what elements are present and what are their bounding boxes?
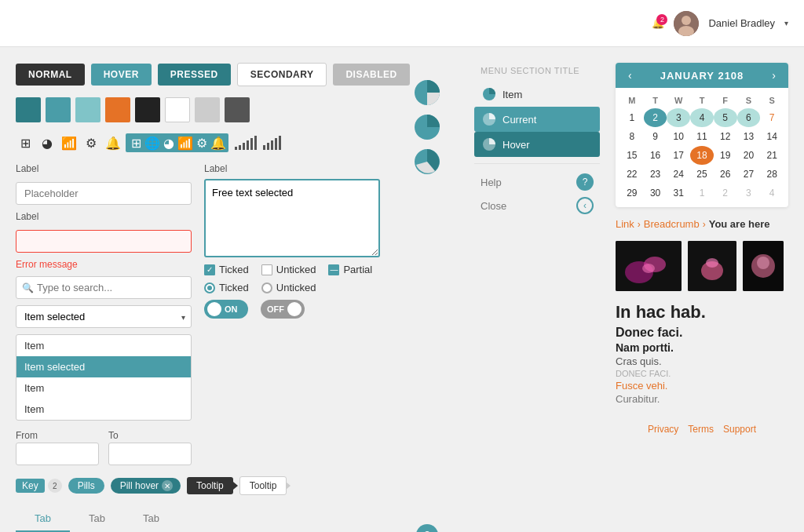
text-input-error[interactable]: Error value <box>16 230 192 253</box>
footer-privacy[interactable]: Privacy <box>648 424 678 435</box>
dropdown-item-0[interactable]: Item <box>16 335 191 356</box>
cal-prev-button[interactable]: ‹ <box>625 69 635 82</box>
radio-unticked-btn[interactable] <box>261 282 272 293</box>
cal-day-12[interactable]: 13 <box>737 127 761 146</box>
tab-2[interactable]: Tab <box>70 506 124 532</box>
btn-pressed[interactable]: PRESSED <box>158 64 231 86</box>
btn-normal[interactable]: NORMAL <box>16 64 85 86</box>
swatch-teal-dark[interactable] <box>16 97 41 122</box>
pill-close-icon[interactable]: ✕ <box>162 480 173 491</box>
pill-hover[interactable]: Pill hover ✕ <box>111 478 181 494</box>
toggle-off[interactable]: OFF <box>261 300 305 319</box>
cal-day-2[interactable]: 3 <box>667 108 690 127</box>
swatch-gray-dark[interactable] <box>225 97 250 122</box>
footer-support[interactable]: Support <box>723 424 756 435</box>
cal-day-3[interactable]: 4 <box>690 108 714 127</box>
tab-3[interactable]: Tab <box>124 506 178 532</box>
checkbox-partial[interactable]: — Partial <box>328 264 372 275</box>
cal-day-14[interactable]: 15 <box>620 146 644 165</box>
dropdown-item-2[interactable]: Item <box>16 377 191 399</box>
menu-item-1[interactable]: Item <box>474 82 600 107</box>
swatch-teal-light[interactable] <box>75 97 100 122</box>
swatch-black[interactable] <box>135 97 160 122</box>
pill-pills[interactable]: Pills <box>68 478 104 494</box>
textarea-input[interactable]: Free text selected <box>204 179 380 257</box>
cal-day-17[interactable]: 18 <box>690 146 714 165</box>
cal-day-10[interactable]: 11 <box>690 127 714 146</box>
cal-day-15[interactable]: 16 <box>644 146 667 165</box>
select-input[interactable]: Select an item ItemItem selectedItemItem <box>16 305 192 328</box>
toggle-on[interactable]: ON <box>204 300 248 319</box>
radio-ticked[interactable]: Ticked <box>204 282 249 293</box>
cal-day-30[interactable]: 31 <box>667 184 690 202</box>
cal-day-13[interactable]: 14 <box>760 127 784 146</box>
cal-day-34[interactable]: 4 <box>760 184 784 202</box>
cal-day-33[interactable]: 3 <box>737 184 761 202</box>
btn-secondary[interactable]: SECONDARY <box>237 63 327 86</box>
menu-item-hover[interactable]: Hover <box>474 132 600 157</box>
cal-day-0[interactable]: 1 <box>620 108 644 127</box>
breadcrumb-link-1[interactable]: Link <box>616 218 634 230</box>
cal-day-26[interactable]: 27 <box>737 165 761 184</box>
user-name[interactable]: Daniel Bradley <box>708 17 775 29</box>
cal-day-20[interactable]: 21 <box>760 146 784 165</box>
swatch-orange[interactable] <box>105 97 130 122</box>
dropdown-item-selected[interactable]: Item selected <box>16 356 191 377</box>
typo-body-1: Cras quis. <box>616 355 788 367</box>
radio-unticked[interactable]: Unticked <box>261 282 316 293</box>
cal-day-21[interactable]: 22 <box>620 165 644 184</box>
cal-day-31[interactable]: 1 <box>690 184 714 202</box>
search-input[interactable] <box>16 276 192 299</box>
menu-item-current[interactable]: Current <box>474 107 600 132</box>
cal-day-1[interactable]: 2 <box>644 108 667 127</box>
cal-day-11[interactable]: 12 <box>714 127 737 146</box>
cal-day-6[interactable]: 7 <box>760 108 784 127</box>
checkbox-ticked[interactable]: ✓ Ticked <box>204 264 249 275</box>
checkbox-partial-box[interactable]: — <box>328 264 339 275</box>
tooltip-btn-2[interactable]: Tooltip <box>239 476 287 495</box>
cal-day-8[interactable]: 9 <box>644 127 667 146</box>
text-input-1[interactable] <box>16 182 192 205</box>
swatch-gray-light[interactable] <box>195 97 220 122</box>
help-icon-circle[interactable]: ? <box>416 524 438 532</box>
cal-day-16[interactable]: 17 <box>667 146 690 165</box>
cal-day-25[interactable]: 26 <box>714 165 737 184</box>
cal-day-9[interactable]: 10 <box>667 127 690 146</box>
cal-day-5[interactable]: 6 <box>737 108 761 127</box>
typo-link[interactable]: Fusce vehi. <box>616 380 788 392</box>
swatch-white[interactable] <box>165 97 190 122</box>
cal-day-24[interactable]: 25 <box>690 165 714 184</box>
thumbnail-3[interactable] <box>743 241 784 291</box>
thumbnail-1[interactable] <box>616 241 682 291</box>
thumbnail-2[interactable] <box>688 241 736 291</box>
dropdown-item-3[interactable]: Item <box>16 399 191 420</box>
cal-day-19[interactable]: 20 <box>737 146 761 165</box>
cal-day-4[interactable]: 5 <box>714 108 737 127</box>
checkbox-ticked-box[interactable]: ✓ <box>204 264 215 275</box>
weekday-t1: T <box>644 93 667 108</box>
user-dropdown-arrow[interactable]: ▾ <box>784 19 788 27</box>
cal-day-7[interactable]: 8 <box>620 127 644 146</box>
swatch-teal-medium[interactable] <box>46 97 71 122</box>
cal-day-22[interactable]: 23 <box>644 165 667 184</box>
footer-terms[interactable]: Terms <box>688 424 714 435</box>
menu-close-icon[interactable]: ‹ <box>576 197 594 214</box>
cal-day-29[interactable]: 30 <box>644 184 667 202</box>
btn-hover[interactable]: HOVER <box>91 64 152 86</box>
breadcrumb-link-2[interactable]: Breadcrumb <box>644 218 700 230</box>
to-date-input[interactable]: 10 Jun 2018 <box>108 443 192 465</box>
cal-next-button[interactable]: › <box>769 69 779 82</box>
checkbox-unticked-box[interactable] <box>261 264 272 275</box>
cal-day-23[interactable]: 24 <box>667 165 690 184</box>
notification-bell[interactable]: 🔔 2 <box>652 17 664 29</box>
from-date-input[interactable]: 10 Jun 2018 <box>16 443 99 465</box>
cal-day-18[interactable]: 19 <box>714 146 737 165</box>
radio-ticked-btn[interactable] <box>204 282 215 293</box>
menu-help-icon[interactable]: ? <box>576 173 594 191</box>
tab-1[interactable]: Tab <box>16 506 70 532</box>
tooltip-btn-1[interactable]: Tooltip <box>187 477 233 494</box>
cal-day-27[interactable]: 28 <box>760 165 784 184</box>
cal-day-28[interactable]: 29 <box>620 184 644 202</box>
checkbox-unticked[interactable]: Unticked <box>261 264 316 275</box>
cal-day-32[interactable]: 2 <box>714 184 737 202</box>
